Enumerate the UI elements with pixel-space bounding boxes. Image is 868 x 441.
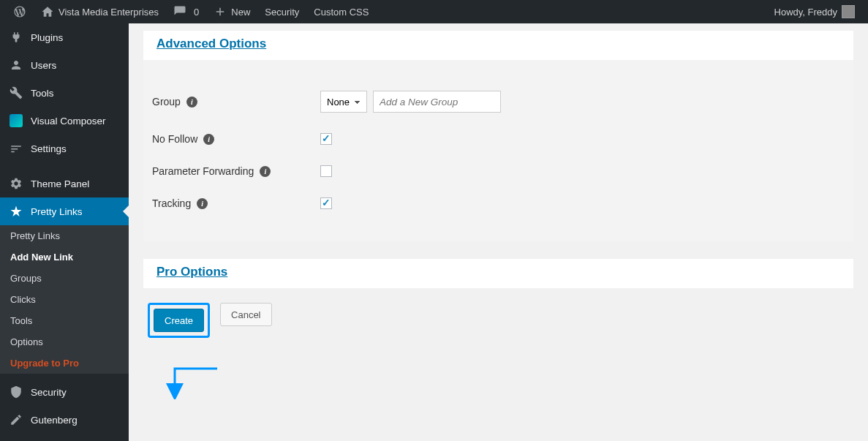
pro-options-heading[interactable]: Pro Options xyxy=(143,259,853,288)
advanced-options-card: Advanced Options Group i None No Follow xyxy=(143,31,853,241)
comments-count: 0 xyxy=(194,7,199,18)
param-forward-checkbox[interactable] xyxy=(320,165,332,177)
info-icon[interactable]: i xyxy=(260,166,271,177)
info-icon[interactable]: i xyxy=(197,198,208,209)
plus-icon xyxy=(214,5,227,18)
sidebar-item-gutenberg[interactable]: Gutenberg xyxy=(0,406,129,434)
submenu-item-upgrade[interactable]: Upgrade to Pro xyxy=(0,353,129,374)
new-label: New xyxy=(231,7,250,18)
new-link[interactable]: New xyxy=(206,0,257,23)
site-link[interactable]: Vista Media Enterprises xyxy=(34,0,166,23)
greeting: Howdy, Freddy xyxy=(774,7,837,18)
submenu-item-tools[interactable]: Tools xyxy=(0,310,129,331)
admin-sidebar: Plugins Users Tools Visual Composer Sett… xyxy=(0,23,129,441)
sidebar-item-theme-panel[interactable]: Theme Panel xyxy=(0,170,129,197)
sidebar-item-plugins[interactable]: Plugins xyxy=(0,23,129,51)
account-link[interactable]: Howdy, Freddy xyxy=(767,0,862,23)
comments-link[interactable]: 0 xyxy=(166,0,206,23)
submenu-item-clicks[interactable]: Clicks xyxy=(0,289,129,310)
sidebar-item-users[interactable]: Users xyxy=(0,51,129,79)
submenu-item-add-new-link[interactable]: Add New Link xyxy=(0,246,129,268)
submenu-item-groups[interactable]: Groups xyxy=(0,268,129,289)
adminbar: Vista Media Enterprises 0 New Security C… xyxy=(0,0,868,23)
info-icon[interactable]: i xyxy=(203,134,214,145)
sidebar-item-security[interactable]: Security xyxy=(0,378,129,406)
pretty-links-submenu: Pretty Links Add New Link Groups Clicks … xyxy=(0,225,129,374)
new-group-input[interactable] xyxy=(373,91,501,113)
label-tracking: Tracking xyxy=(152,197,191,209)
create-button[interactable]: Create xyxy=(154,309,204,332)
custom-css-link[interactable]: Custom CSS xyxy=(306,0,376,23)
security-toolbar-link[interactable]: Security xyxy=(257,0,306,23)
sidebar-item-pretty-links[interactable]: Pretty Links xyxy=(0,197,129,225)
wordpress-icon xyxy=(13,5,26,18)
button-row: Create Cancel xyxy=(143,288,853,353)
create-highlight: Create xyxy=(148,303,210,338)
wrench-icon xyxy=(9,86,23,100)
info-icon[interactable]: i xyxy=(186,97,197,108)
row-no-follow: No Follow i xyxy=(152,123,845,155)
row-group: Group i None xyxy=(152,80,845,123)
user-icon xyxy=(9,58,23,72)
advanced-options-heading[interactable]: Advanced Options xyxy=(143,31,853,60)
edit-icon xyxy=(9,412,23,427)
comment-icon xyxy=(173,5,186,18)
cancel-button[interactable]: Cancel xyxy=(220,303,271,326)
row-param-forward: Parameter Forwarding i xyxy=(152,155,845,187)
wp-logo[interactable] xyxy=(6,0,34,23)
gear-icon xyxy=(9,176,23,191)
sidebar-item-visual-composer[interactable]: Visual Composer xyxy=(0,107,129,135)
sidebar-item-tools[interactable]: Tools xyxy=(0,79,129,107)
no-follow-checkbox[interactable] xyxy=(320,133,332,145)
sliders-icon xyxy=(9,141,23,156)
label-group: Group xyxy=(152,96,181,108)
label-param-forward: Parameter Forwarding xyxy=(152,165,254,177)
label-no-follow: No Follow xyxy=(152,133,197,145)
visual-composer-icon xyxy=(9,113,23,128)
tracking-checkbox[interactable] xyxy=(320,197,332,209)
sidebar-item-settings[interactable]: Settings xyxy=(0,135,129,162)
pro-options-card: Pro Options xyxy=(143,259,853,288)
submenu-item-pretty-links[interactable]: Pretty Links xyxy=(0,225,129,246)
home-icon xyxy=(41,5,54,18)
plug-icon xyxy=(9,30,23,45)
avatar xyxy=(842,5,855,18)
site-name: Vista Media Enterprises xyxy=(59,7,159,18)
row-tracking: Tracking i xyxy=(152,187,845,219)
submenu-item-options[interactable]: Options xyxy=(0,331,129,353)
group-select[interactable]: None xyxy=(320,91,367,113)
star-icon xyxy=(9,204,23,219)
shield-icon xyxy=(9,385,23,399)
content-area: Advanced Options Group i None No Follow xyxy=(129,23,868,441)
